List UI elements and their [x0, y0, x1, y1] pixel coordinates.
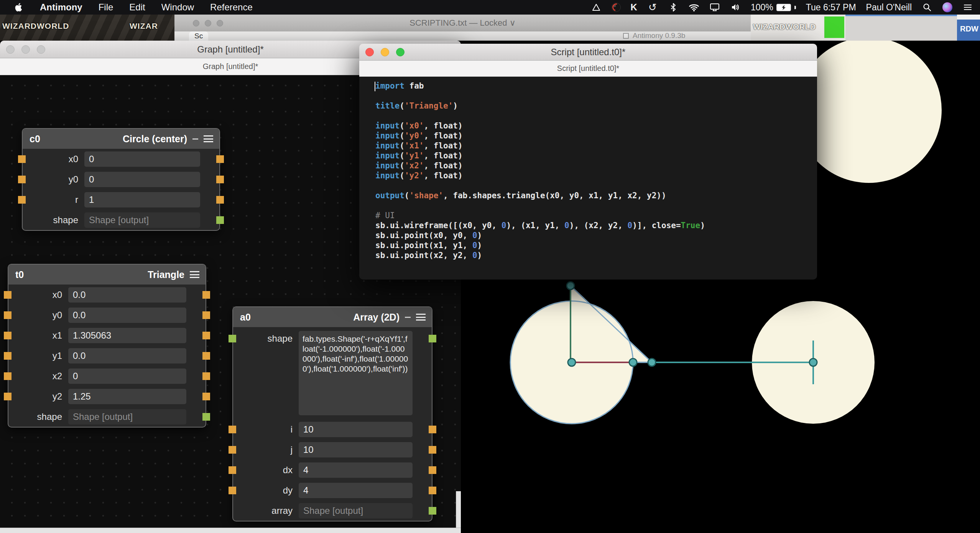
input-port[interactable] — [18, 196, 26, 204]
datum-field-j[interactable]: 10 — [299, 442, 413, 457]
datum-field-x1[interactable]: 1.305063 — [68, 328, 186, 343]
output-port[interactable] — [429, 426, 436, 433]
tab-fragment[interactable]: Sc — [189, 31, 208, 41]
node-menu-icon[interactable] — [190, 271, 199, 278]
input-port[interactable] — [4, 372, 12, 380]
close-button[interactable] — [193, 20, 199, 26]
input-port[interactable] — [18, 176, 26, 183]
green-button[interactable] — [824, 16, 844, 38]
node-header[interactable]: a0 Array (2D) — [233, 307, 432, 327]
output-port[interactable] — [216, 216, 224, 224]
collapse-icon[interactable] — [192, 138, 198, 140]
menu-user[interactable]: Paul O'Neill — [866, 2, 912, 13]
wifi-icon[interactable] — [689, 2, 699, 13]
zoom-button[interactable] — [37, 45, 45, 54]
zoom-button[interactable] — [217, 20, 223, 26]
output-port[interactable] — [429, 446, 436, 454]
menu-clock[interactable]: Tue 6:57 PM — [806, 2, 856, 13]
output-port[interactable] — [202, 352, 210, 360]
collapse-icon[interactable] — [405, 317, 411, 318]
output-port[interactable] — [202, 311, 210, 319]
input-port[interactable] — [229, 466, 236, 474]
output-port[interactable] — [202, 393, 210, 400]
menu-app-name[interactable]: Antimony — [40, 2, 82, 13]
node-menu-icon[interactable] — [204, 135, 213, 142]
input-port[interactable] — [229, 487, 236, 494]
datum-field-y0[interactable]: 0.0 — [68, 308, 186, 323]
control-point[interactable] — [629, 359, 637, 366]
input-port[interactable] — [4, 311, 12, 319]
input-port[interactable] — [4, 393, 12, 400]
minimize-button[interactable] — [21, 45, 30, 54]
datum-field-dx[interactable]: 4 — [299, 462, 413, 478]
chevron-down-icon[interactable]: ∨ — [510, 18, 516, 28]
background-document-window[interactable]: SCRIPTING.txt — Locked ∨ Sc Antimony 0.9… — [174, 15, 751, 41]
datum-field-x2[interactable]: 0 — [68, 368, 186, 384]
close-button[interactable] — [6, 45, 15, 54]
output-port[interactable] — [202, 332, 210, 339]
input-port[interactable] — [229, 446, 236, 454]
datum-field-y0[interactable]: 0 — [84, 172, 200, 187]
output-port[interactable] — [216, 196, 224, 204]
input-port[interactable] — [4, 352, 12, 360]
shape-status-icon[interactable] — [591, 2, 602, 13]
menu-window[interactable]: Window — [161, 2, 194, 13]
script-tabbar[interactable]: Script [untitled.t0]* — [359, 61, 817, 77]
control-point[interactable] — [568, 359, 576, 366]
script-window[interactable]: Script [untitled.t0]* Script [untitled.t… — [359, 44, 817, 280]
output-port[interactable] — [202, 372, 210, 380]
datum-field-dy[interactable]: 4 — [299, 483, 413, 498]
node-header[interactable]: c0 Circle (center) — [23, 129, 219, 149]
datum-field-y1[interactable]: 0.0 — [68, 348, 186, 364]
output-port[interactable] — [216, 176, 224, 183]
input-port[interactable] — [18, 155, 26, 163]
menu-file[interactable]: File — [99, 2, 113, 13]
notification-center-icon[interactable] — [962, 2, 973, 13]
node-c0-circle[interactable]: c0 Circle (center) x00y00r1shapeShape [o… — [22, 128, 220, 231]
camera-lens-icon[interactable] — [612, 3, 621, 12]
output-port[interactable] — [216, 155, 224, 163]
menu-edit[interactable]: Edit — [129, 2, 145, 13]
input-port[interactable] — [4, 291, 12, 299]
control-point[interactable] — [567, 282, 574, 290]
bluetooth-icon[interactable] — [668, 2, 679, 13]
node-header[interactable]: t0 Triangle — [8, 265, 206, 285]
output-port[interactable] — [429, 487, 436, 494]
datum-field-shape[interactable]: fab.types.Shape('-r+qXqYf1',float('-1.00… — [299, 331, 413, 415]
datum-field-y2[interactable]: 1.25 — [68, 389, 186, 404]
close-button[interactable] — [365, 48, 374, 56]
minimize-button[interactable] — [205, 20, 211, 26]
datum-field-x0[interactable]: 0.0 — [68, 287, 186, 303]
output-port[interactable] — [429, 335, 436, 342]
apple-menu-icon[interactable] — [13, 2, 24, 13]
input-port[interactable] — [4, 332, 12, 339]
minimize-button[interactable] — [381, 48, 389, 56]
horizontal-scrollbar[interactable] — [0, 528, 461, 533]
output-port[interactable] — [202, 291, 210, 299]
node-menu-icon[interactable] — [416, 314, 426, 321]
output-port[interactable] — [202, 413, 210, 421]
keka-icon[interactable]: K — [631, 2, 637, 13]
battery-status[interactable]: 100% — [751, 2, 796, 13]
output-port[interactable] — [429, 466, 436, 474]
search-icon[interactable] — [922, 2, 932, 13]
menu-reference[interactable]: Reference — [210, 2, 253, 13]
vertical-scrollbar[interactable] — [456, 491, 461, 528]
datum-field-i[interactable]: 10 — [299, 422, 413, 437]
datum-field-r[interactable]: 1 — [84, 192, 200, 207]
control-point[interactable] — [809, 359, 817, 366]
input-port[interactable] — [229, 335, 236, 342]
siri-icon[interactable] — [942, 2, 952, 12]
time-machine-icon[interactable]: ↺ — [647, 2, 658, 13]
input-port[interactable] — [229, 426, 236, 433]
script-titlebar[interactable]: Script [untitled.t0]* — [359, 44, 817, 61]
volume-icon[interactable] — [730, 2, 741, 13]
document-titlebar[interactable]: SCRIPTING.txt — Locked ∨ — [174, 15, 751, 31]
node-a0-array2d[interactable]: a0 Array (2D) shapefab.types.Shape('-r+q… — [232, 306, 432, 521]
checkbox-icon[interactable] — [623, 33, 629, 39]
control-point[interactable] — [648, 359, 656, 366]
node-t0-triangle[interactable]: t0 Triangle x00.0y00.0x11.305063y10.0x20… — [8, 264, 206, 428]
output-port[interactable] — [429, 507, 436, 515]
code-editor[interactable]: import fab title('Triangle') input('x0',… — [359, 77, 817, 280]
zoom-button[interactable] — [396, 48, 404, 56]
